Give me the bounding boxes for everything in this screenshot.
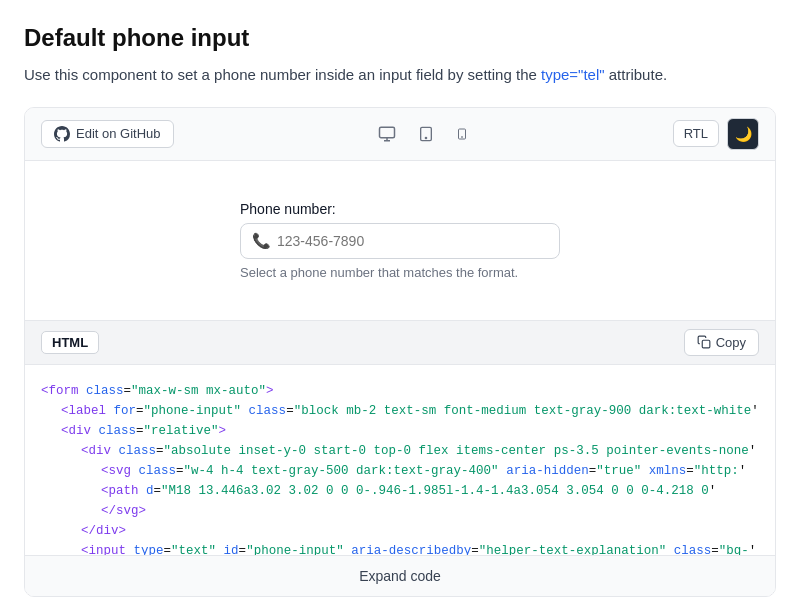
phone-input[interactable]	[240, 223, 560, 259]
copy-button[interactable]: Copy	[684, 329, 759, 356]
svg-point-2	[425, 137, 426, 138]
code-section: HTML Copy <form class="max-w-sm mx-auto"…	[25, 321, 775, 596]
phone-field-label: Phone number:	[240, 201, 560, 217]
code-line: <div class="absolute inset-y-0 start-0 t…	[41, 441, 759, 461]
expand-code-button[interactable]: Expand code	[25, 555, 775, 596]
mobile-icon	[456, 125, 468, 143]
svg-point-4	[462, 136, 463, 137]
edit-on-github-button[interactable]: Edit on GitHub	[41, 120, 174, 148]
desktop-view-button[interactable]	[370, 119, 404, 149]
github-icon	[54, 126, 70, 142]
toolbar-left: Edit on GitHub	[41, 120, 174, 148]
tablet-view-button[interactable]	[410, 119, 442, 149]
dark-mode-button[interactable]: 🌙	[727, 118, 759, 150]
demo-card: Edit on GitHub RTL 🌙	[24, 107, 776, 597]
mobile-view-button[interactable]	[448, 119, 476, 149]
code-block: <form class="max-w-sm mx-auto"> <label f…	[25, 365, 775, 555]
code-line: <div class="relative">	[41, 421, 759, 441]
code-line: <path d="M18 13.446a3.02 3.02 0 0 0-.946…	[41, 481, 759, 501]
code-line: <svg class="w-4 h-4 text-gray-500 dark:t…	[41, 461, 759, 481]
type-tel-link[interactable]: type="tel"	[541, 66, 605, 83]
tablet-icon	[418, 125, 434, 143]
moon-icon: 🌙	[735, 126, 752, 142]
phone-input-wrapper: 📞	[240, 223, 560, 259]
code-line: </div>	[41, 521, 759, 541]
code-line: <form class="max-w-sm mx-auto">	[41, 381, 759, 401]
demo-preview: Phone number: 📞 Select a phone number th…	[25, 161, 775, 321]
copy-icon	[697, 335, 711, 349]
page-title: Default phone input	[24, 24, 776, 52]
toolbar-center	[370, 119, 476, 149]
toolbar-right: RTL 🌙	[673, 118, 759, 150]
demo-form: Phone number: 📞 Select a phone number th…	[240, 201, 560, 280]
rtl-button[interactable]: RTL	[673, 120, 719, 147]
code-line: </svg>	[41, 501, 759, 521]
lang-badge: HTML	[41, 331, 99, 354]
desktop-icon	[378, 125, 396, 143]
code-line: <label for="phone-input" class="block mb…	[41, 401, 759, 421]
helper-text: Select a phone number that matches the f…	[240, 265, 560, 280]
code-toolbar: HTML Copy	[25, 321, 775, 365]
github-btn-label: Edit on GitHub	[76, 126, 161, 141]
svg-rect-0	[380, 127, 395, 138]
svg-rect-5	[702, 340, 710, 348]
page-description: Use this component to set a phone number…	[24, 64, 776, 87]
demo-toolbar: Edit on GitHub RTL 🌙	[25, 108, 775, 161]
code-line: <input type="text" id="phone-input" aria…	[41, 541, 759, 555]
copy-btn-label: Copy	[716, 335, 746, 350]
